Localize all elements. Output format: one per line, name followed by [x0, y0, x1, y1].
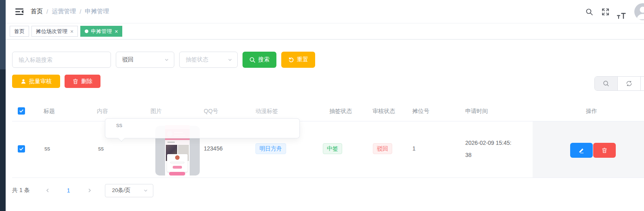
lottery-status-select-placeholder: 抽签状态 — [186, 56, 208, 63]
navbar: 首页 / 运营管理 / 申摊管理 — [6, 0, 644, 23]
refresh-icon — [626, 80, 632, 87]
next-page-button[interactable] — [83, 184, 96, 197]
toolbar-column-settings-button[interactable] — [641, 77, 644, 90]
reset-button-label: 重置 — [297, 56, 308, 63]
breadcrumb: 首页 / 运营管理 / 申摊管理 — [31, 8, 109, 15]
search-icon — [249, 57, 255, 63]
cell-apply-time: 2026-02-09 15:45:38 — [465, 137, 514, 161]
column-header-actions: 操作 — [586, 101, 597, 121]
cell-title: ss — [44, 145, 50, 152]
table-row: ss ss 123456 明日方舟 中签 驳回 1 — [6, 121, 644, 178]
bulk-delete-button[interactable]: 删除 — [65, 75, 100, 88]
batch-review-label: 批量审核 — [29, 78, 52, 85]
tab-label: 摊位场次管理 — [36, 28, 67, 35]
tags-view-bar: 首页 摊位场次管理 × 申摊管理 × — [6, 23, 644, 40]
pagination-total: 共 1 条 — [12, 187, 30, 194]
chevron-right-icon — [87, 188, 92, 193]
column-header-review-status: 审核状态 — [372, 101, 395, 121]
tab-booth-session-mgmt[interactable]: 摊位场次管理 × — [31, 26, 78, 37]
review-status-tag: 驳回 — [373, 143, 392, 154]
refresh-icon — [288, 57, 294, 63]
chevron-down-icon — [164, 57, 169, 62]
tab-label: 首页 — [14, 28, 25, 35]
trash-icon — [73, 78, 78, 84]
toolbar-refresh-button[interactable] — [618, 77, 641, 90]
page-number-current[interactable]: 1 — [61, 187, 76, 194]
chevron-down-icon — [228, 57, 232, 62]
page-size-select[interactable]: 20条/页 — [105, 184, 153, 197]
content-tooltip: ss — [105, 118, 300, 138]
review-status-select-value: 驳回 — [122, 56, 134, 63]
breadcrumb-separator: / — [79, 8, 81, 15]
tab-close-icon[interactable]: × — [70, 29, 73, 34]
navbar-right — [581, 0, 644, 23]
font-size-icon[interactable] — [613, 4, 629, 20]
tab-home[interactable]: 首页 — [10, 26, 29, 37]
prev-page-button[interactable] — [41, 184, 54, 197]
bulk-delete-label: 删除 — [81, 78, 92, 85]
active-tab-dot — [85, 29, 88, 33]
pencil-icon — [578, 147, 585, 154]
search-button-label: 搜索 — [258, 56, 270, 63]
title-search-input[interactable] — [12, 52, 111, 68]
select-all-checkbox[interactable] — [18, 107, 25, 115]
row-checkbox[interactable] — [18, 145, 25, 153]
hamburger-icon[interactable] — [12, 4, 27, 19]
cell-booth-no: 1 — [412, 145, 416, 152]
lottery-status-tag: 中签 — [323, 143, 342, 154]
column-header-lottery-status: 抽签状态 — [329, 101, 352, 121]
breadcrumb-home[interactable]: 首页 — [31, 8, 43, 15]
bulk-action-bar: 批量审核 删除 — [12, 75, 100, 88]
lottery-status-select[interactable]: 抽签状态 — [179, 52, 238, 68]
chevron-down-icon — [143, 188, 148, 193]
sidebar-active-item[interactable] — [0, 0, 6, 69]
breadcrumb-operation-mgmt[interactable]: 运营管理 — [52, 8, 76, 15]
toolbar-search-toggle-button[interactable] — [595, 77, 618, 90]
row-delete-button[interactable] — [593, 143, 616, 158]
column-header-apply-time: 申请时间 — [465, 101, 488, 121]
row-edit-button[interactable] — [570, 143, 593, 158]
trash-icon — [602, 147, 607, 153]
check-icon — [19, 109, 24, 113]
reset-button[interactable]: 重置 — [281, 52, 315, 68]
check-icon — [19, 146, 24, 151]
column-header-title: 标题 — [44, 101, 55, 121]
breadcrumb-current: 申摊管理 — [85, 8, 109, 15]
search-icon — [603, 80, 609, 87]
anime-tag: 明日方舟 — [255, 143, 286, 154]
cell-qq: 123456 — [204, 145, 223, 152]
table-toolbar — [594, 76, 644, 91]
tab-booth-apply-mgmt-active[interactable]: 申摊管理 × — [80, 26, 122, 37]
collapsed-sidebar[interactable] — [0, 0, 6, 211]
column-header-booth-no: 摊位号 — [412, 101, 429, 121]
user-icon — [21, 79, 26, 84]
user-avatar[interactable] — [634, 3, 644, 20]
tab-close-icon[interactable]: × — [115, 29, 118, 34]
table-header: 标题 内容 图片 QQ号 动漫标签 抽签状态 审核状态 摊位号 申请时间 操作 — [6, 101, 644, 121]
search-button[interactable]: 搜索 — [243, 52, 276, 68]
tooltip-text: ss — [116, 121, 122, 128]
batch-review-button[interactable]: 批量审核 — [12, 75, 60, 88]
header-search-icon[interactable] — [581, 4, 597, 20]
filter-bar: 驳回 抽签状态 搜索 重置 — [12, 52, 315, 68]
review-status-select[interactable]: 驳回 — [116, 52, 174, 68]
table-row-border — [12, 178, 644, 178]
page-size-value: 20条/页 — [112, 187, 131, 194]
chevron-left-icon — [45, 188, 50, 193]
cell-content: ss — [98, 145, 104, 152]
fullscreen-icon[interactable] — [597, 4, 613, 20]
breadcrumb-separator: / — [46, 8, 48, 15]
tab-label: 申摊管理 — [91, 28, 112, 35]
app-window: 首页 / 运营管理 / 申摊管理 — [0, 0, 644, 211]
pagination: 共 1 条 1 20条/页 — [12, 182, 153, 198]
